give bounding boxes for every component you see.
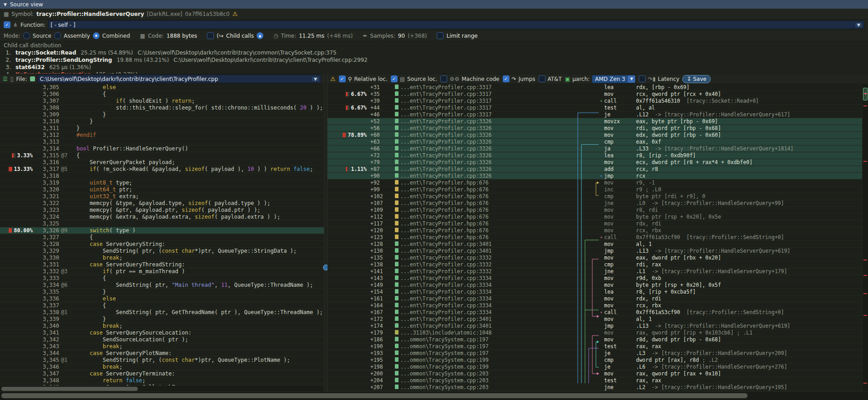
source-line[interactable]: 3,337 { — [0, 302, 324, 309]
source-line[interactable]: 3,334@6 SendString( ptr, "Main thread", … — [0, 282, 324, 289]
assembly-row[interactable]: +164...ent\TracyProfiler.cpp:3334movrcx,… — [328, 302, 868, 309]
asm-source-location[interactable]: ...ent\TracyProfiler.cpp:3317 — [400, 111, 579, 118]
asm-source-location[interactable]: ...ent\TracyProfiler.hpp:676 — [400, 227, 579, 234]
line-number[interactable]: 3,329 — [33, 248, 61, 254]
line-number[interactable]: 3,313 — [33, 139, 61, 145]
source-line[interactable]: 3,316 ServerQueryPacket payload; — [0, 159, 324, 166]
source-line[interactable]: 3,336 else — [0, 295, 324, 302]
line-number[interactable]: 3,324 — [33, 214, 61, 220]
assembly-row[interactable]: 6.67%+44...ent\TracyProfiler.cpp:3317tes… — [328, 105, 868, 111]
function-select[interactable]: [ - self - ] ▼ — [48, 20, 864, 29]
line-number[interactable]: 3,346 — [33, 364, 61, 370]
assembly-row[interactable]: +161...ent\TracyProfiler.cpp:3334movrdx,… — [328, 295, 868, 302]
line-number[interactable]: 3,318 — [33, 173, 61, 179]
line-number[interactable]: 3,309 — [33, 111, 61, 118]
source-line[interactable]: 3,339 } — [0, 316, 324, 323]
assembly-row[interactable]: +172...ent\TracyProfiler.cpp:3401moval, … — [328, 316, 868, 323]
chevron-down-icon[interactable]: ▼ — [628, 75, 635, 83]
chevron-down-icon[interactable]: ▼ — [312, 77, 319, 81]
asm-source-location[interactable]: ...ent\TracyProfiler.cpp:3326 — [400, 125, 579, 131]
line-number[interactable]: 3,308 — [33, 105, 61, 111]
line-number[interactable]: 3,347 — [33, 370, 61, 377]
line-number[interactable]: 3,325 — [33, 220, 61, 227]
line-number[interactable]: 3,319 — [33, 180, 61, 186]
source-line[interactable]: 3,345@1 SendString( ptr, (const char*)pt… — [0, 357, 324, 364]
child-calls-checkbox[interactable] — [207, 32, 214, 39]
line-number[interactable]: 3,338 — [33, 309, 61, 315]
save-button[interactable]: ↧ Save — [682, 75, 711, 83]
source-line[interactable]: 3,310 } — [0, 118, 324, 125]
radio-source[interactable] — [23, 32, 30, 39]
line-number[interactable]: 3,330 — [33, 255, 61, 261]
line-number[interactable]: 3,315 — [33, 152, 61, 159]
source-line[interactable]: 3,338@1 SendString( ptr, GetThreadName( … — [0, 309, 324, 316]
source-line[interactable]: 3,308 std::this_thread::sleep_for( std::… — [0, 105, 324, 111]
source-line[interactable]: 3,312#endif — [0, 132, 324, 139]
source-line[interactable]: 3,332@3 if( ptr == m_mainThread ) — [0, 268, 324, 275]
source-line[interactable]: 3,330 break; — [0, 255, 324, 261]
line-number[interactable]: 3,306 — [33, 91, 61, 97]
line-number[interactable]: 3,322 — [33, 200, 61, 206]
line-number[interactable]: 3,323 — [33, 207, 61, 213]
asm-source-location[interactable]: ...ommon\TracySystem.cpp:199 — [400, 364, 579, 370]
source-line[interactable]: 3,348 return false; — [0, 377, 324, 384]
asm-source-location[interactable]: ....31103\include\atomic:1048 — [400, 330, 579, 336]
line-number[interactable]: 3,331 — [33, 261, 61, 268]
line-number[interactable]: 3,340 — [33, 323, 61, 329]
source-line[interactable]: 80.00%3,326@9 switch( type ) — [0, 227, 324, 234]
latency-checkbox[interactable] — [639, 75, 646, 82]
asm-source-location[interactable]: ...ent\TracyProfiler.cpp:3332 — [400, 268, 579, 275]
assembly-row[interactable]: +92...ent\TracyProfiler.hpp:676movr9, -1 — [328, 180, 868, 186]
assembly-row[interactable]: 6.67%+35...ent\TracyProfiler.cpp:3317mov… — [328, 91, 868, 98]
assembly-row[interactable]: +56...ent\TracyProfiler.cpp:3326movrdi, … — [328, 125, 868, 132]
source-line[interactable]: 3,335 } — [0, 289, 324, 295]
asm-source-location[interactable]: ...ent\TracyProfiler.cpp:3334 — [400, 289, 579, 295]
line-number[interactable]: 3,328 — [33, 241, 61, 247]
assembly-row[interactable]: +141...ent\TracyProfiler.cpp:3332jne.L1 … — [328, 268, 868, 275]
assembly-row[interactable]: +167...ent\TracyProfiler.cpp:3334call∗0x… — [328, 309, 868, 316]
source-line[interactable]: 3,321 uint32_t extra; — [0, 193, 324, 200]
assembly-list[interactable]: +31...ent\TracyProfiler.cpp:3317leardx, … — [328, 84, 868, 392]
asm-source-location[interactable]: ...ent\TracyProfiler.cpp:3334 — [400, 309, 579, 315]
source-line[interactable]: 13.33%3,317@5 if( !m_sock->Read( &payloa… — [0, 166, 324, 173]
function-checkbox[interactable]: ✓ — [4, 21, 10, 28]
source-line[interactable]: 3,314bool Profiler::HandleServerQuery() — [0, 145, 324, 152]
source-line[interactable]: 3.33%3,315@7{ — [0, 152, 324, 159]
source-line[interactable]: 3,324 memcpy( &extra, &payload.extra, si… — [0, 214, 324, 220]
asm-source-location[interactable]: ...ent\TracyProfiler.cpp:3401 — [400, 323, 579, 329]
source-line[interactable]: 3,341 case ServerQuerySourceLocation: — [0, 330, 324, 336]
assembly-row[interactable]: +99...ent\TracyProfiler.hpp:676incr9 ; .… — [328, 186, 868, 193]
asm-source-location[interactable]: ...ent\TracyProfiler.cpp:3317 — [400, 98, 579, 104]
pane-splitter[interactable] — [324, 74, 328, 392]
line-number[interactable]: 3,341 — [33, 330, 61, 336]
line-number[interactable]: 3,327 — [33, 234, 61, 240]
source-line[interactable]: 3,327 { — [0, 234, 324, 241]
source-line[interactable]: 3,325 — [0, 220, 324, 227]
source-line[interactable]: 3,322 memcpy( &type, &payload.type, size… — [0, 200, 324, 207]
source-line[interactable]: 3,307 if( shouldExit ) return; — [0, 98, 324, 105]
line-number[interactable]: 3,334 — [33, 282, 61, 288]
source-line[interactable]: 3,344 case ServerQueryPlotName: — [0, 350, 324, 357]
radio-source-label[interactable]: Source — [33, 33, 51, 39]
child-call-entry[interactable]: 3.stat64i32625 µs (1.36%) — [4, 64, 864, 71]
asm-source-location[interactable]: ...ent\TracyProfiler.hpp:676 — [400, 234, 579, 240]
line-number[interactable]: 3,345 — [33, 357, 61, 363]
line-number[interactable]: 3,310 — [33, 118, 61, 125]
asm-source-location[interactable]: ...ent\TracyProfiler.hpp:676 — [400, 180, 579, 186]
source-loc-checkbox[interactable]: ✓ — [391, 75, 398, 82]
assembly-row[interactable]: +123...ent\TracyProfiler.hpp:676call∗0x7… — [328, 234, 868, 241]
asm-source-location[interactable]: ...ommon\TracySystem.cpp:203 — [400, 370, 579, 377]
asm-source-location[interactable]: ...ent\TracyProfiler.hpp:676 — [400, 186, 579, 193]
source-line[interactable]: 3,305 else — [0, 84, 324, 91]
jumps-toggle[interactable]: ✓ ↷ Jumps — [503, 75, 535, 82]
source-line[interactable]: 3,320 uint64_t ptr; — [0, 186, 324, 193]
source-line[interactable]: 3,311} — [0, 125, 324, 132]
asm-source-location[interactable]: ...ent\TracyProfiler.cpp:3326 — [400, 145, 579, 152]
assembly-row[interactable]: +204...ommon\TracySystem.cpp:203testrax,… — [328, 377, 868, 384]
radio-assembly[interactable] — [54, 32, 61, 39]
source-code-list[interactable]: 3,305 else3,306 {3,307 if( shouldExit ) … — [0, 84, 324, 385]
asm-source-location[interactable]: ...ent\TracyProfiler.hpp:676 — [400, 207, 579, 213]
source-line[interactable]: 3,342 SendSourceLocation( ptr ); — [0, 336, 324, 343]
assembly-row[interactable]: +39...ent\TracyProfiler.cpp:3317call∗0x7… — [328, 98, 868, 105]
line-number[interactable]: 3,326 — [33, 227, 61, 234]
